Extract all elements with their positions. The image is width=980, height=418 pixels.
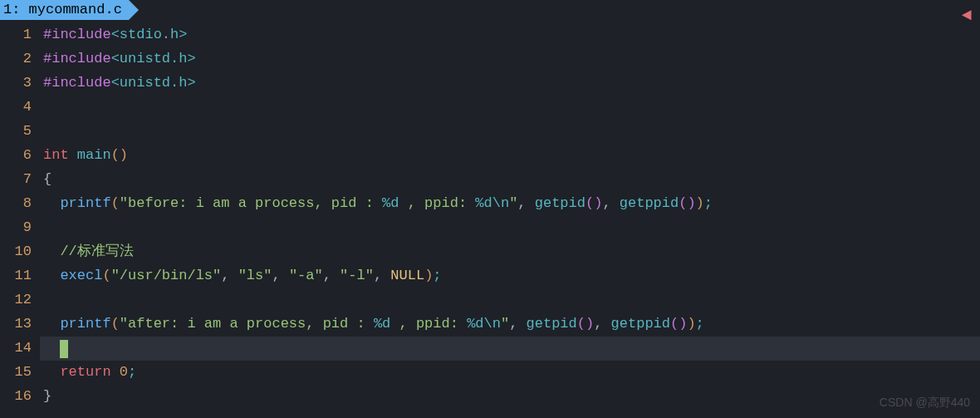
brace-token: { (43, 168, 51, 192)
type-token: int (43, 144, 69, 168)
format-token: %d (475, 192, 492, 216)
function-call-token: getpid (527, 312, 577, 337)
indent (43, 361, 60, 385)
string-token: "after: i am a process, pid : (120, 312, 374, 337)
line-number: 16 (0, 385, 32, 409)
paren-token: () (586, 192, 602, 216)
code-line[interactable]: #include<unistd.h> (40, 47, 980, 71)
semicolon-token: ; (704, 192, 713, 216)
format-token: %d (374, 312, 390, 337)
code-line[interactable]: printf("before: i am a process, pid : %d… (40, 192, 980, 216)
format-token: %d (382, 192, 399, 216)
string-token: " (509, 192, 517, 216)
code-line[interactable]: execl("/usr/bin/ls", "ls", "-a", "-l", N… (40, 264, 980, 288)
function-name-token: main (77, 144, 111, 168)
semicolon-token: ; (128, 361, 136, 385)
comma-token: , (374, 264, 390, 288)
comma-token: , (272, 264, 288, 288)
code-line[interactable]: //标准写法 (40, 240, 980, 264)
line-number: 10 (0, 240, 32, 264)
keyword-token: return (60, 361, 110, 385)
string-token: "/usr/bin/ls" (111, 264, 222, 288)
preprocessor-token: #include (43, 23, 111, 47)
paren-token: ) (696, 192, 704, 216)
paren-token: () (679, 192, 695, 216)
format-token: %d (467, 312, 483, 337)
tab-filename-text: mycommand.c (29, 0, 122, 22)
number-token: 0 (120, 361, 128, 385)
tab-index: 1: (3, 0, 20, 22)
comma-token: , (323, 264, 340, 288)
code-line[interactable]: int main() (40, 144, 980, 168)
comma-token: , (221, 264, 238, 288)
code-line[interactable] (40, 288, 980, 312)
code-line[interactable]: return 0; (40, 361, 980, 385)
code-line[interactable]: #include<stdio.h> (40, 23, 980, 47)
line-number: 4 (0, 96, 32, 120)
code-line[interactable]: #include<unistd.h> (40, 71, 980, 96)
string-token: , ppid: (390, 312, 467, 337)
null-token: NULL (390, 264, 424, 288)
function-call-token: execl (60, 264, 102, 288)
indent (43, 192, 60, 216)
function-call-token: printf (60, 192, 110, 216)
comma-token: , (594, 312, 610, 337)
indent (43, 312, 60, 337)
line-number: 2 (0, 47, 32, 71)
code-line[interactable]: { (40, 168, 980, 192)
paren-token: ) (687, 312, 695, 337)
code-line-current[interactable] (40, 337, 980, 361)
string-token: , ppid: (399, 192, 476, 216)
string-token: " (501, 312, 509, 337)
paren-token: ( (111, 312, 120, 337)
paren-token: () (577, 312, 594, 337)
paren-token: () (111, 144, 128, 168)
line-number-gutter: 1 2 3 4 5 6 7 8 9 10 11 12 13 14 15 16 (0, 23, 40, 409)
line-number: 15 (0, 361, 32, 385)
string-token: "ls" (238, 264, 272, 288)
comma-token: , (602, 192, 619, 216)
watermark-text: CSDN @高野440 (880, 393, 970, 413)
line-number: 12 (0, 288, 32, 312)
comma-token: , (517, 192, 534, 216)
code-line[interactable] (40, 216, 980, 240)
file-tab[interactable]: 1: mycommand.c (0, 0, 129, 20)
escape-token: \n (492, 192, 509, 216)
paren-token: ( (111, 192, 120, 216)
code-line[interactable] (40, 120, 980, 144)
line-number: 14 (0, 337, 32, 361)
string-token: "-a" (289, 264, 323, 288)
cursor-icon (60, 340, 68, 358)
code-line[interactable] (40, 96, 980, 120)
line-number: 8 (0, 192, 32, 216)
function-call-token: getpid (535, 192, 586, 216)
code-content[interactable]: #include<stdio.h> #include<unistd.h> #in… (40, 23, 980, 409)
code-line[interactable]: printf("after: i am a process, pid : %d … (40, 312, 980, 337)
tab-bar: 1: mycommand.c ◄ (0, 0, 980, 20)
preprocessor-token: #include (43, 71, 111, 96)
code-line[interactable]: } (40, 385, 980, 409)
space (69, 144, 77, 168)
string-token: "before: i am a process, pid : (120, 192, 382, 216)
indent (43, 337, 60, 361)
string-token: "-l" (340, 264, 374, 288)
paren-token: () (670, 312, 687, 337)
indent (43, 240, 60, 264)
comment-token: //标准写法 (60, 240, 133, 264)
line-number: 7 (0, 168, 32, 192)
include-path-token: <stdio.h> (111, 23, 188, 47)
brace-token: } (43, 385, 51, 409)
include-path-token: <unistd.h> (111, 71, 196, 96)
include-path-token: <unistd.h> (111, 47, 196, 71)
paren-token: ( (102, 264, 110, 288)
line-number: 3 (0, 71, 32, 96)
semicolon-token: ; (696, 312, 704, 337)
escape-token: \n (484, 312, 501, 337)
indent (43, 264, 60, 288)
function-call-token: getppid (611, 312, 670, 337)
tab-filename (20, 0, 28, 22)
editor-area[interactable]: 1 2 3 4 5 6 7 8 9 10 11 12 13 14 15 16 #… (0, 20, 980, 409)
function-call-token: getppid (620, 192, 679, 216)
line-number: 6 (0, 144, 32, 168)
line-number: 9 (0, 216, 32, 240)
